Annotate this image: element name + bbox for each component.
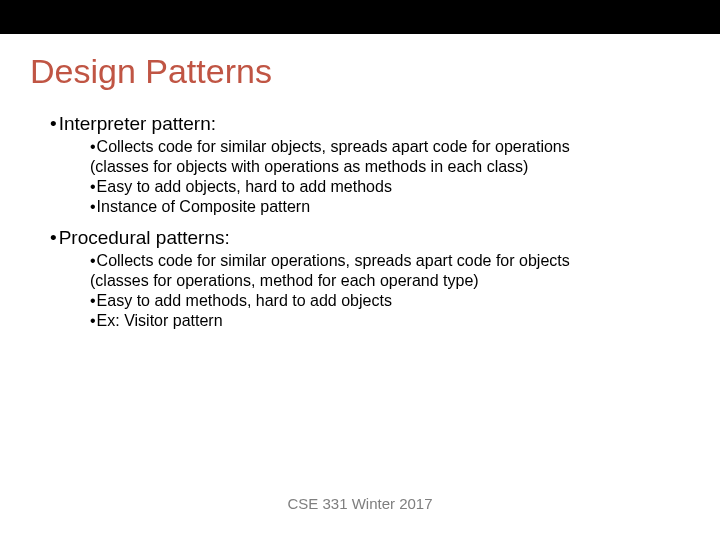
topic-heading: Interpreter pattern: <box>50 113 690 135</box>
footer-text: CSE 331 Winter 2017 <box>0 495 720 512</box>
sub-item-text: Collects code for similar operations, sp… <box>97 252 570 269</box>
sub-item: •Easy to add objects, hard to add method… <box>90 177 690 197</box>
sub-item: •Collects code for similar operations, s… <box>90 251 690 271</box>
sub-item-continuation: (classes for objects with operations as … <box>90 157 690 177</box>
slide-title: Design Patterns <box>30 52 690 91</box>
topic-sublist: •Collects code for similar operations, s… <box>90 251 690 331</box>
sub-item-continuation: (classes for operations, method for each… <box>90 271 690 291</box>
sub-item-text: Collects code for similar objects, sprea… <box>97 138 570 155</box>
topic-heading: Procedural patterns: <box>50 227 690 249</box>
top-bar <box>0 0 720 34</box>
sub-item-text: Easy to add objects, hard to add methods <box>97 178 392 195</box>
sub-item: •Instance of Composite pattern <box>90 197 690 217</box>
sub-item: •Easy to add methods, hard to add object… <box>90 291 690 311</box>
sub-item: •Ex: Visitor pattern <box>90 311 690 331</box>
topic-sublist: •Collects code for similar objects, spre… <box>90 137 690 217</box>
sub-item-text: Easy to add methods, hard to add objects <box>97 292 392 309</box>
sub-item-text: Ex: Visitor pattern <box>97 312 223 329</box>
sub-item-text: Instance of Composite pattern <box>97 198 310 215</box>
slide-content: Design Patterns Interpreter pattern: •Co… <box>0 34 720 331</box>
sub-item: •Collects code for similar objects, spre… <box>90 137 690 157</box>
